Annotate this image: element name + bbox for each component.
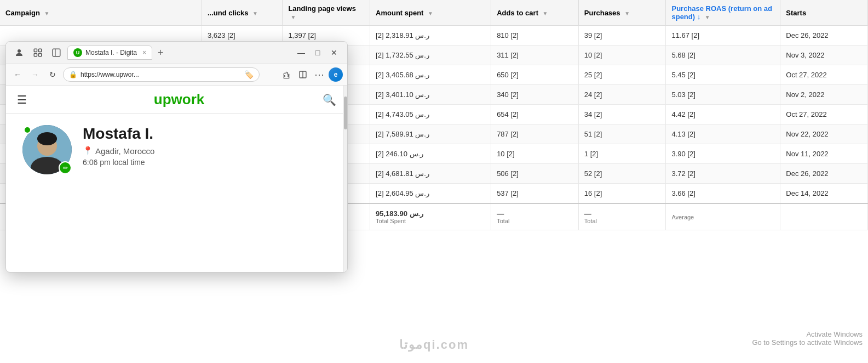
profile-location: 📍 Agadir, Morocco	[83, 146, 331, 156]
location-text: Agadir, Morocco	[95, 146, 154, 156]
cell-cart: 787 [2]	[491, 124, 579, 144]
forward-btn[interactable]: →	[28, 67, 42, 82]
activate-line2: Go to Settings to activate Windows	[752, 338, 863, 347]
scrollbar-thumb[interactable]	[344, 97, 347, 129]
svg-rect-5	[53, 49, 60, 56]
profile-time: 6:06 pm local time	[83, 158, 331, 167]
profile-card: ✏ Mostafa I. 📍 Agadir, Morocco 6:06 pm l…	[6, 114, 347, 185]
cell-purchases: 25 [2]	[578, 65, 666, 85]
minimize-btn[interactable]: —	[294, 45, 309, 60]
cell-amount: ر.س 3,401.10 [2]	[370, 85, 491, 105]
cell-cart: 537 [2]	[491, 184, 579, 204]
search-icon[interactable]: 🔍	[323, 93, 336, 106]
cell-roas: 3.72 [2]	[666, 164, 780, 184]
footer-cell: —Total	[578, 203, 666, 230]
restore-btn[interactable]: □	[310, 45, 325, 60]
more-options-btn[interactable]: ⋯	[312, 67, 326, 82]
cell-starts: Dec 14, 2022	[780, 184, 868, 204]
profile-name: Mostafa I.	[83, 125, 331, 143]
cell-amount: ر.س 3,405.68 [2]	[370, 65, 491, 85]
extensions-btn[interactable]	[279, 67, 294, 82]
cell-starts: Oct 27, 2022	[780, 105, 868, 124]
window-controls: — □ ✕	[294, 45, 342, 60]
svg-rect-4	[39, 54, 42, 56]
refresh-btn[interactable]: ↻	[45, 67, 60, 82]
tab-close-btn[interactable]: ×	[142, 49, 146, 56]
activate-line1: Activate Windows	[752, 330, 863, 338]
cell-purchases: 52 [2]	[578, 164, 666, 184]
cell-roas: 3.66 [2]	[666, 184, 780, 204]
browser-window: U Mostafa I. - Digita × + — □ ✕ ← → ↻ 🔒 …	[5, 41, 348, 273]
cell-amount: ر.س 1,732.55 [2]	[370, 46, 491, 65]
cell-roas: 5.68 [2]	[666, 46, 780, 65]
cell-cart: 10 [2]	[491, 144, 579, 164]
upwork-navbar: ☰ upwork 🔍	[6, 86, 347, 114]
cell-purchases: 10 [2]	[578, 46, 666, 65]
col-header-landing[interactable]: Landing page views ▼	[283, 0, 370, 26]
col-header-clicks[interactable]: ...und clicks ▼	[202, 0, 282, 26]
browser-toolbar: ← → ↻ 🔒 https://www.upwor... 🏷️	[6, 64, 347, 86]
svg-rect-1	[34, 49, 37, 52]
sidebar-icon-btn[interactable]	[49, 45, 64, 60]
sort-icon: ▼	[44, 10, 49, 16]
cell-starts: Nov 11, 2022	[780, 144, 868, 164]
upwork-logo[interactable]: upwork	[36, 91, 323, 108]
sort-icon: ▼	[624, 10, 630, 16]
back-btn[interactable]: ←	[10, 67, 25, 82]
edge-profile-icon[interactable]: e	[329, 67, 343, 82]
col-header-roas[interactable]: Purchase ROAS (return on ad spend) ↓ ▼	[666, 0, 780, 26]
cell-purchases: 16 [2]	[578, 184, 666, 204]
cell-purchases: 39 [2]	[578, 26, 666, 46]
cell-amount: ر.س 2,604.95 [2]	[370, 184, 491, 204]
upwork-page-content: ☰ upwork 🔍	[6, 86, 347, 272]
toolbar-icons: ⋯ e	[263, 67, 343, 82]
col-header-purchases[interactable]: Purchases ▼	[578, 0, 666, 26]
svg-rect-2	[39, 49, 42, 52]
cell-amount: ر.س 246.10 [2]	[370, 144, 491, 164]
read-mode-btn[interactable]	[263, 67, 277, 82]
cell-amount: ر.س 4,743.05 [2]	[370, 105, 491, 124]
watermark: موتاqi.com	[399, 338, 469, 352]
new-tab-btn[interactable]: +	[154, 47, 167, 59]
cell-purchases: 51 [2]	[578, 124, 666, 144]
sort-icon: ▼	[705, 14, 710, 20]
cell-cart: 340 [2]	[491, 85, 579, 105]
edit-avatar-btn[interactable]: ✏	[59, 161, 72, 174]
hamburger-icon[interactable]: ☰	[17, 93, 27, 106]
close-btn[interactable]: ✕	[326, 45, 342, 60]
cell-starts: Oct 27, 2022	[780, 65, 868, 85]
cell-starts: Dec 26, 2022	[780, 26, 868, 46]
profile-info: Mostafa I. 📍 Agadir, Morocco 6:06 pm loc…	[83, 125, 331, 167]
extensions-icon-btn[interactable]	[30, 45, 45, 60]
cell-cart: 506 [2]	[491, 164, 579, 184]
svg-rect-3	[34, 54, 37, 56]
cell-purchases: 34 [2]	[578, 105, 666, 124]
cell-roas: 3.90 [2]	[666, 144, 780, 164]
lock-icon: 🔒	[69, 71, 77, 78]
tab-favicon: U	[73, 48, 82, 57]
location-icon: 📍	[83, 146, 93, 156]
col-header-campaign[interactable]: Campaign ▼	[0, 0, 202, 26]
footer-cell: Average	[666, 203, 780, 230]
cell-purchases: 1 [2]	[578, 144, 666, 164]
cell-amount: ر.س 2,318.91 [2]	[370, 26, 491, 46]
profile-icon-btn[interactable]	[12, 45, 27, 60]
browser-titlebar: U Mostafa I. - Digita × + — □ ✕	[6, 42, 347, 64]
active-tab[interactable]: U Mostafa I. - Digita ×	[67, 46, 152, 60]
sort-icon: ▼	[543, 10, 548, 16]
split-btn[interactable]	[296, 67, 310, 82]
cell-amount: ر.س 4,681.81 [2]	[370, 164, 491, 184]
footer-cell: —Total	[491, 203, 579, 230]
online-indicator	[24, 126, 31, 134]
cell-roas: 4.13 [2]	[666, 124, 780, 144]
cell-cart: 810 [2]	[491, 26, 579, 46]
col-header-amount[interactable]: Amount spent ▼	[370, 0, 491, 26]
cell-starts: Nov 2, 2022	[780, 85, 868, 105]
cell-starts: Nov 3, 2022	[780, 46, 868, 65]
svg-point-0	[18, 49, 21, 53]
col-header-starts[interactable]: Starts	[780, 0, 868, 26]
scrollbar[interactable]	[343, 86, 347, 272]
address-bar[interactable]: 🔒 https://www.upwor... 🏷️	[63, 67, 260, 82]
col-header-cart[interactable]: Adds to cart ▼	[491, 0, 579, 26]
cell-purchases: 24 [2]	[578, 85, 666, 105]
